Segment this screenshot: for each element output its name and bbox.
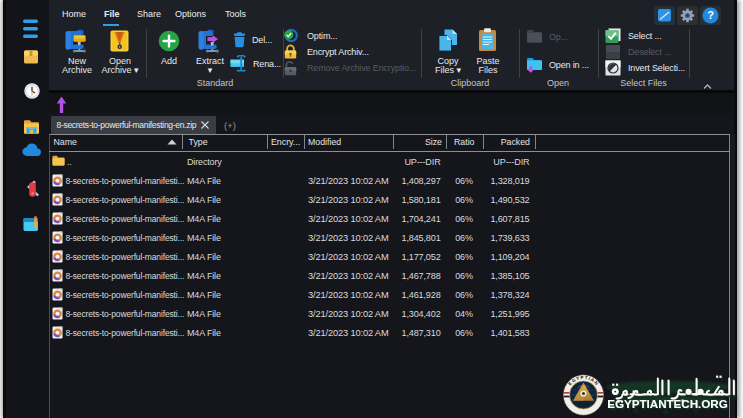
svg-text:EGYPTIANTECH.ORG: EGYPTIANTECH.ORG bbox=[607, 397, 727, 410]
svg-text:?: ? bbox=[707, 9, 714, 21]
